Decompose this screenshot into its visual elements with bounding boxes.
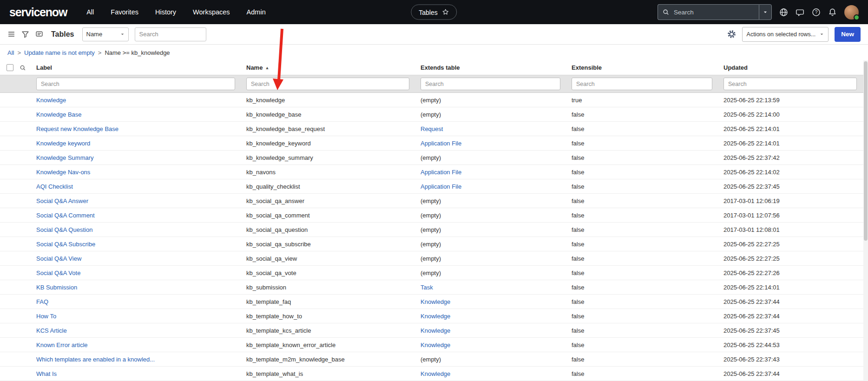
row-label-link[interactable]: Which templates are enabled in a knowled… <box>36 356 155 363</box>
vertical-scrollbar[interactable] <box>863 60 868 381</box>
row-name-cell: kb_template_m2m_knowledge_base <box>246 356 421 363</box>
row-extends-cell: (empty) <box>421 97 572 104</box>
row-extensible-cell: false <box>572 140 723 147</box>
row-name-cell: kb_knowledge_base_request <box>246 125 421 132</box>
nav-item-favorites[interactable]: Favorites <box>111 8 138 16</box>
label-filter-input[interactable] <box>36 78 235 90</box>
table-row: Social Q&A Viewkb_social_qa_view(empty)f… <box>0 251 868 266</box>
row-extends-link[interactable]: Knowledge <box>421 327 450 334</box>
row-extends-cell: (empty) <box>421 269 572 276</box>
row-label-link[interactable]: Known Error article <box>36 342 88 348</box>
row-label-link[interactable]: Knowledge keyword <box>36 140 90 147</box>
row-extends-link[interactable]: Knowledge <box>421 298 450 305</box>
list-view-icon[interactable] <box>35 30 43 38</box>
favorite-star-icon[interactable] <box>442 9 449 16</box>
row-label-link[interactable]: Social Q&A Answer <box>36 197 88 204</box>
row-extends-link[interactable]: Knowledge <box>421 313 450 320</box>
search-column-select[interactable]: Name <box>82 27 129 41</box>
breadcrumb-all[interactable]: All <box>7 49 14 56</box>
row-label-cell: Knowledge keyword <box>36 140 246 147</box>
row-label-cell: Social Q&A Vote <box>36 269 246 276</box>
row-updated-cell: 2017-03-01 12:08:01 <box>723 226 868 233</box>
table-row: Knowledgekb_knowledge(empty)true2025-06-… <box>0 93 868 107</box>
row-label-link[interactable]: Social Q&A Subscribe <box>36 241 95 248</box>
row-label-cell: FAQ <box>36 298 246 305</box>
row-label-link[interactable]: How To <box>36 313 56 320</box>
row-label-link[interactable]: What Is <box>36 370 57 377</box>
row-label-cell: Request new Knowledge Base <box>36 125 246 132</box>
search-scope-dropdown[interactable] <box>759 4 772 20</box>
filter-funnel-icon[interactable] <box>21 30 29 38</box>
row-label-link[interactable]: KCS Article <box>36 327 67 334</box>
list-menu-icon[interactable] <box>7 30 15 38</box>
column-header-extends-table[interactable]: Extends table <box>421 64 572 71</box>
row-name-cell: kb_submission <box>246 284 421 291</box>
row-extends-link[interactable]: Application File <box>421 169 461 176</box>
nav-item-history[interactable]: History <box>155 8 176 16</box>
row-updated-cell: 2025-06-25 22:27:26 <box>723 269 868 276</box>
global-search-box[interactable] <box>658 4 759 20</box>
new-button[interactable]: New <box>835 27 861 42</box>
updated-filter-input[interactable] <box>723 78 857 90</box>
column-header-name[interactable]: Name ▲ <box>246 64 421 71</box>
notifications-bell-icon[interactable] <box>828 8 837 17</box>
nav-item-admin[interactable]: Admin <box>247 8 266 16</box>
row-extends-link[interactable]: Knowledge <box>421 370 450 377</box>
row-extensible-cell: false <box>572 356 723 363</box>
row-updated-cell: 2025-06-25 22:37:43 <box>723 356 868 363</box>
breadcrumb-current-condition[interactable]: Name >= kb_knowledge <box>105 49 170 56</box>
row-extends-link[interactable]: Task <box>421 284 433 291</box>
servicenow-logo[interactable]: servicenow <box>9 6 67 19</box>
help-icon[interactable]: ? <box>812 8 821 17</box>
topnav-right-controls: ? <box>658 4 859 20</box>
user-avatar[interactable] <box>844 5 859 20</box>
column-search-toggle-icon[interactable] <box>20 65 36 71</box>
extensible-filter-input[interactable] <box>572 78 712 90</box>
row-extends-link[interactable]: Application File <box>421 183 461 190</box>
row-label-link[interactable]: Knowledge Base <box>36 111 82 118</box>
list-search-input[interactable] <box>135 27 206 41</box>
nav-item-workspaces[interactable]: Workspaces <box>193 8 230 16</box>
breadcrumb-filter-1[interactable]: Update name is not empty <box>24 49 95 56</box>
row-label-link[interactable]: Social Q&A View <box>36 255 81 262</box>
row-label-link[interactable]: Request new Knowledge Base <box>36 125 118 132</box>
row-extends-cell: Application File <box>421 140 572 147</box>
table-row: Social Q&A Answerkb_social_qa_answer(emp… <box>0 194 868 208</box>
row-extends-link[interactable]: Request <box>421 125 443 132</box>
row-updated-cell: 2025-06-25 22:14:01 <box>723 125 868 132</box>
row-extends-link[interactable]: Application File <box>421 140 461 147</box>
row-label-link[interactable]: Knowledge Nav-ons <box>36 169 90 176</box>
gear-icon[interactable] <box>727 30 736 39</box>
row-label-link[interactable]: FAQ <box>36 298 48 305</box>
row-name-cell: kb_knowledge <box>246 97 421 104</box>
globe-icon[interactable] <box>779 8 788 17</box>
column-header-label[interactable]: Label <box>36 64 246 71</box>
row-updated-cell: 2025-06-25 22:37:44 <box>723 313 868 320</box>
chat-icon[interactable] <box>796 8 804 17</box>
row-label-link[interactable]: Social Q&A Vote <box>36 269 80 276</box>
actions-on-rows-select[interactable]: Actions on selected rows... <box>742 27 829 42</box>
select-all-checkbox[interactable] <box>7 64 13 71</box>
column-header-updated[interactable]: Updated <box>723 64 868 71</box>
global-search-input[interactable] <box>673 8 754 16</box>
row-updated-cell: 2017-03-01 12:06:19 <box>723 197 868 204</box>
row-label-link[interactable]: AQI Checklist <box>36 183 73 190</box>
current-page-pill[interactable]: Tables <box>411 5 457 20</box>
extends-table-filter-input[interactable] <box>421 78 560 90</box>
row-label-link[interactable]: Knowledge <box>36 97 66 104</box>
table-row: Knowledge Summarykb_knowledge_summary(em… <box>0 151 868 165</box>
row-label-link[interactable]: Social Q&A Question <box>36 226 92 233</box>
table-filter-row <box>0 75 868 93</box>
row-label-link[interactable]: Social Q&A Comment <box>36 212 95 219</box>
row-extensible-cell: false <box>572 226 723 233</box>
nav-item-all[interactable]: All <box>86 8 94 16</box>
table-body: Knowledgekb_knowledge(empty)true2025-06-… <box>0 93 868 381</box>
name-filter-input[interactable] <box>246 78 409 90</box>
row-extensible-cell: false <box>572 183 723 190</box>
column-header-extensible[interactable]: Extensible <box>572 64 723 71</box>
row-extends-link[interactable]: Knowledge <box>421 342 450 348</box>
row-label-link[interactable]: KB Submission <box>36 284 77 291</box>
row-label-link[interactable]: Knowledge Summary <box>36 154 94 161</box>
scrollbar-thumb[interactable] <box>864 61 868 241</box>
row-name-cell: kb_knowledge_keyword <box>246 140 421 147</box>
